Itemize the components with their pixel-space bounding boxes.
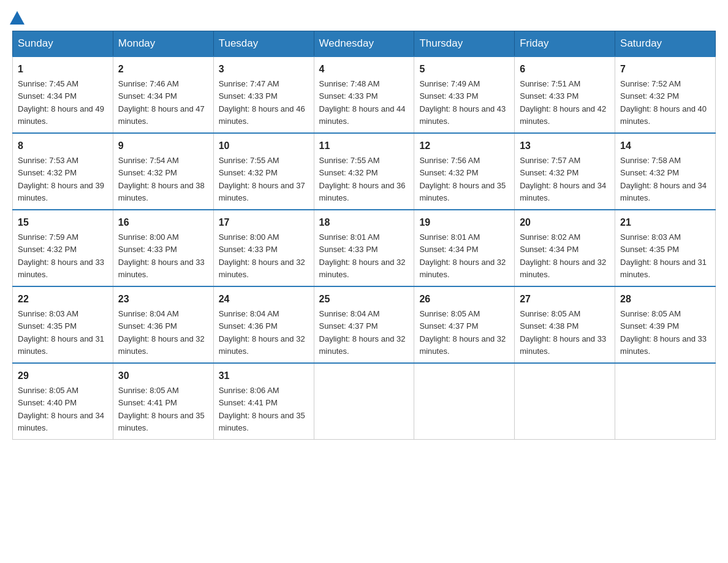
day-number: 23	[118, 292, 208, 307]
calendar-cell: 19 Sunrise: 8:01 AMSunset: 4:34 PMDaylig…	[414, 210, 515, 286]
day-number: 1	[18, 62, 108, 77]
calendar-cell	[414, 363, 515, 440]
calendar-cell: 21 Sunrise: 8:03 AMSunset: 4:35 PMDaylig…	[615, 210, 716, 286]
day-number: 3	[219, 62, 309, 77]
day-number: 19	[419, 215, 509, 230]
day-number: 2	[118, 62, 208, 77]
day-number: 17	[219, 215, 309, 230]
calendar-cell: 28 Sunrise: 8:05 AMSunset: 4:39 PMDaylig…	[615, 286, 716, 363]
day-info: Sunrise: 8:05 AMSunset: 4:37 PMDaylight:…	[419, 309, 506, 356]
calendar-cell: 18 Sunrise: 8:01 AMSunset: 4:33 PMDaylig…	[314, 210, 414, 286]
calendar-cell: 14 Sunrise: 7:58 AMSunset: 4:32 PMDaylig…	[615, 133, 716, 210]
day-number: 18	[319, 215, 409, 230]
day-number: 16	[118, 215, 208, 230]
calendar-cell: 26 Sunrise: 8:05 AMSunset: 4:37 PMDaylig…	[414, 286, 515, 363]
day-info: Sunrise: 7:57 AMSunset: 4:32 PMDaylight:…	[520, 156, 606, 202]
column-header-saturday: Saturday	[615, 31, 716, 57]
day-info: Sunrise: 7:56 AMSunset: 4:32 PMDaylight:…	[419, 156, 506, 202]
day-number: 28	[620, 292, 710, 307]
column-header-wednesday: Wednesday	[314, 31, 414, 57]
day-info: Sunrise: 7:51 AMSunset: 4:33 PMDaylight:…	[520, 79, 606, 126]
logo	[12, 12, 25, 25]
day-number: 29	[18, 369, 108, 383]
calendar-cell: 1 Sunrise: 7:45 AMSunset: 4:34 PMDayligh…	[13, 56, 113, 133]
day-number: 6	[520, 62, 610, 77]
calendar-cell: 3 Sunrise: 7:47 AMSunset: 4:33 PMDayligh…	[213, 56, 314, 133]
day-info: Sunrise: 8:03 AMSunset: 4:35 PMDaylight:…	[18, 309, 104, 356]
calendar-cell: 11 Sunrise: 7:55 AMSunset: 4:32 PMDaylig…	[314, 133, 414, 210]
day-info: Sunrise: 7:54 AMSunset: 4:32 PMDaylight:…	[118, 156, 205, 202]
day-info: Sunrise: 8:04 AMSunset: 4:36 PMDaylight:…	[219, 309, 305, 356]
day-info: Sunrise: 8:00 AMSunset: 4:33 PMDaylight:…	[219, 232, 305, 279]
day-number: 27	[520, 292, 610, 307]
week-row-3: 15 Sunrise: 7:59 AMSunset: 4:32 PMDaylig…	[13, 210, 716, 286]
day-info: Sunrise: 7:52 AMSunset: 4:32 PMDaylight:…	[620, 79, 707, 126]
day-info: Sunrise: 7:46 AMSunset: 4:34 PMDaylight:…	[118, 79, 205, 126]
calendar-cell: 10 Sunrise: 7:55 AMSunset: 4:32 PMDaylig…	[213, 133, 314, 210]
day-number: 14	[620, 139, 710, 153]
calendar-cell: 4 Sunrise: 7:48 AMSunset: 4:33 PMDayligh…	[314, 56, 414, 133]
calendar-header-row: SundayMondayTuesdayWednesdayThursdayFrid…	[13, 31, 716, 57]
week-row-1: 1 Sunrise: 7:45 AMSunset: 4:34 PMDayligh…	[13, 56, 716, 133]
calendar-cell: 31 Sunrise: 8:06 AMSunset: 4:41 PMDaylig…	[213, 363, 314, 440]
calendar-cell	[314, 363, 414, 440]
day-number: 4	[319, 62, 409, 77]
day-info: Sunrise: 8:04 AMSunset: 4:36 PMDaylight:…	[118, 309, 205, 356]
day-number: 8	[18, 139, 108, 153]
day-info: Sunrise: 8:01 AMSunset: 4:33 PMDaylight:…	[319, 232, 406, 279]
day-number: 13	[520, 139, 610, 153]
day-info: Sunrise: 7:59 AMSunset: 4:32 PMDaylight:…	[18, 232, 104, 279]
day-info: Sunrise: 8:00 AMSunset: 4:33 PMDaylight:…	[118, 232, 205, 279]
calendar-cell	[615, 363, 716, 440]
calendar-cell: 30 Sunrise: 8:05 AMSunset: 4:41 PMDaylig…	[113, 363, 213, 440]
column-header-thursday: Thursday	[414, 31, 515, 57]
day-number: 11	[319, 139, 409, 153]
day-info: Sunrise: 7:49 AMSunset: 4:33 PMDaylight:…	[419, 79, 506, 126]
day-info: Sunrise: 8:04 AMSunset: 4:37 PMDaylight:…	[319, 309, 406, 356]
calendar-cell: 5 Sunrise: 7:49 AMSunset: 4:33 PMDayligh…	[414, 56, 515, 133]
calendar-cell: 12 Sunrise: 7:56 AMSunset: 4:32 PMDaylig…	[414, 133, 515, 210]
day-number: 24	[219, 292, 309, 307]
calendar-table: SundayMondayTuesdayWednesdayThursdayFrid…	[12, 31, 716, 440]
day-info: Sunrise: 7:58 AMSunset: 4:32 PMDaylight:…	[620, 156, 707, 202]
day-number: 31	[219, 369, 309, 383]
logo-triangle-icon	[10, 11, 25, 25]
week-row-2: 8 Sunrise: 7:53 AMSunset: 4:32 PMDayligh…	[13, 133, 716, 210]
calendar-cell: 8 Sunrise: 7:53 AMSunset: 4:32 PMDayligh…	[13, 133, 113, 210]
calendar-cell: 24 Sunrise: 8:04 AMSunset: 4:36 PMDaylig…	[213, 286, 314, 363]
week-row-4: 22 Sunrise: 8:03 AMSunset: 4:35 PMDaylig…	[13, 286, 716, 363]
day-number: 9	[118, 139, 208, 153]
day-number: 20	[520, 215, 610, 230]
calendar-cell: 20 Sunrise: 8:02 AMSunset: 4:34 PMDaylig…	[515, 210, 615, 286]
day-number: 30	[118, 369, 208, 383]
day-info: Sunrise: 8:05 AMSunset: 4:41 PMDaylight:…	[118, 386, 205, 432]
day-info: Sunrise: 8:05 AMSunset: 4:40 PMDaylight:…	[18, 386, 104, 432]
calendar-cell: 22 Sunrise: 8:03 AMSunset: 4:35 PMDaylig…	[13, 286, 113, 363]
calendar-cell: 17 Sunrise: 8:00 AMSunset: 4:33 PMDaylig…	[213, 210, 314, 286]
day-info: Sunrise: 8:02 AMSunset: 4:34 PMDaylight:…	[520, 232, 606, 279]
day-number: 7	[620, 62, 710, 77]
day-number: 15	[18, 215, 108, 230]
day-info: Sunrise: 8:06 AMSunset: 4:41 PMDaylight:…	[219, 386, 305, 432]
calendar-cell: 16 Sunrise: 8:00 AMSunset: 4:33 PMDaylig…	[113, 210, 213, 286]
day-number: 25	[319, 292, 409, 307]
day-number: 12	[419, 139, 509, 153]
day-info: Sunrise: 7:47 AMSunset: 4:33 PMDaylight:…	[219, 79, 305, 126]
column-header-friday: Friday	[515, 31, 615, 57]
calendar-cell	[515, 363, 615, 440]
calendar-cell: 2 Sunrise: 7:46 AMSunset: 4:34 PMDayligh…	[113, 56, 213, 133]
calendar-cell: 25 Sunrise: 8:04 AMSunset: 4:37 PMDaylig…	[314, 286, 414, 363]
column-header-tuesday: Tuesday	[213, 31, 314, 57]
day-number: 26	[419, 292, 509, 307]
day-info: Sunrise: 8:05 AMSunset: 4:39 PMDaylight:…	[620, 309, 707, 356]
column-header-monday: Monday	[113, 31, 213, 57]
column-header-sunday: Sunday	[13, 31, 113, 57]
day-info: Sunrise: 8:03 AMSunset: 4:35 PMDaylight:…	[620, 232, 707, 279]
calendar-cell: 6 Sunrise: 7:51 AMSunset: 4:33 PMDayligh…	[515, 56, 615, 133]
page-header	[12, 12, 716, 25]
day-info: Sunrise: 7:55 AMSunset: 4:32 PMDaylight:…	[319, 156, 406, 202]
day-info: Sunrise: 7:55 AMSunset: 4:32 PMDaylight:…	[219, 156, 305, 202]
day-number: 10	[219, 139, 309, 153]
day-info: Sunrise: 8:01 AMSunset: 4:34 PMDaylight:…	[419, 232, 506, 279]
calendar-cell: 13 Sunrise: 7:57 AMSunset: 4:32 PMDaylig…	[515, 133, 615, 210]
